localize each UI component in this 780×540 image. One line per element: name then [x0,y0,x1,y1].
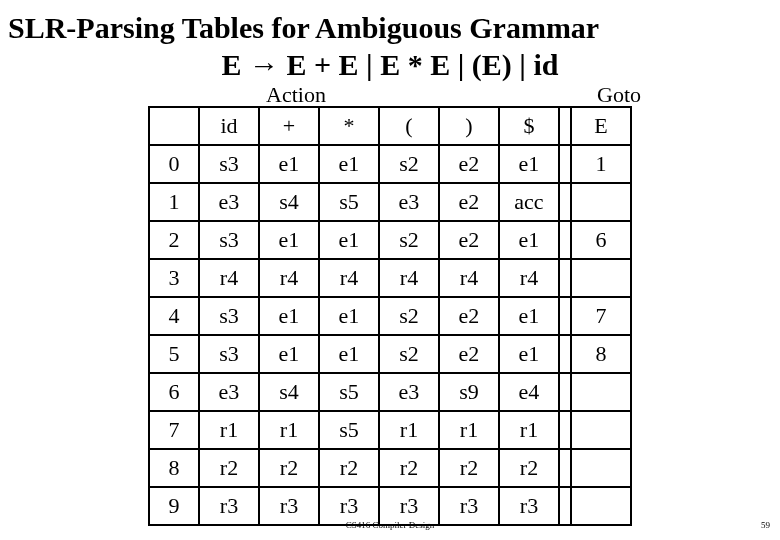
cell-action: e2 [439,183,499,221]
cell-action: e3 [379,373,439,411]
cell-action: s3 [199,221,259,259]
cell-action: s5 [319,373,379,411]
cell-action: e3 [199,183,259,221]
slide-title: SLR-Parsing Tables for Ambiguous Grammar [0,0,780,46]
table-row: 1e3s4s5e3e2acc [149,183,631,221]
header-state [149,107,199,145]
page-number: 59 [761,520,770,530]
cell-action: s3 [199,335,259,373]
parsing-table: id + * ( ) $ E 0s3e1e1s2e2e111e3s4s5e3e2… [148,106,632,526]
cell-state: 3 [149,259,199,297]
cell-sep [559,221,571,259]
cell-action: e1 [259,221,319,259]
cell-sep [559,411,571,449]
cell-action: e3 [199,373,259,411]
header-sep [559,107,571,145]
table-row: 0s3e1e1s2e2e11 [149,145,631,183]
cell-action: e1 [319,335,379,373]
cell-goto: 7 [571,297,631,335]
table-row: 3r4r4r4r4r4r4 [149,259,631,297]
cell-state: 2 [149,221,199,259]
cell-state: 1 [149,183,199,221]
header-id: id [199,107,259,145]
cell-action: r1 [199,411,259,449]
label-action: Action [266,82,326,108]
cell-action: e1 [499,221,559,259]
cell-goto: 8 [571,335,631,373]
cell-goto [571,373,631,411]
cell-action: e2 [439,335,499,373]
cell-state: 7 [149,411,199,449]
cell-action: r2 [379,449,439,487]
cell-action: s3 [199,145,259,183]
table-row: 7r1r1s5r1r1r1 [149,411,631,449]
cell-action: s2 [379,145,439,183]
cell-sep [559,145,571,183]
section-labels: Action Goto [0,82,780,108]
label-goto: Goto [597,82,641,108]
cell-action: e1 [259,297,319,335]
cell-action: r4 [379,259,439,297]
cell-action: s3 [199,297,259,335]
cell-action: e1 [259,145,319,183]
cell-action: r2 [499,449,559,487]
cell-sep [559,259,571,297]
cell-action: s5 [319,183,379,221]
cell-action: s2 [379,221,439,259]
cell-action: r2 [259,449,319,487]
cell-goto: 6 [571,221,631,259]
header-row: id + * ( ) $ E [149,107,631,145]
cell-action: e1 [319,297,379,335]
cell-action: s4 [259,183,319,221]
header-lpar: ( [379,107,439,145]
cell-goto [571,183,631,221]
cell-action: r4 [259,259,319,297]
cell-state: 4 [149,297,199,335]
cell-state: 8 [149,449,199,487]
cell-action: s2 [379,335,439,373]
cell-action: r2 [199,449,259,487]
cell-action: e2 [439,297,499,335]
slide-footer: CS416 Compiler Design [0,520,780,530]
cell-action: r1 [379,411,439,449]
cell-action: s2 [379,297,439,335]
cell-state: 6 [149,373,199,411]
cell-action: r2 [319,449,379,487]
table-row: 2s3e1e1s2e2e16 [149,221,631,259]
cell-action: e1 [499,145,559,183]
cell-action: r4 [199,259,259,297]
cell-sep [559,449,571,487]
cell-action: r4 [319,259,379,297]
cell-action: s4 [259,373,319,411]
cell-action: e3 [379,183,439,221]
header-E: E [571,107,631,145]
cell-action: r4 [439,259,499,297]
cell-sep [559,183,571,221]
cell-state: 0 [149,145,199,183]
cell-action: r1 [499,411,559,449]
cell-sep [559,373,571,411]
cell-action: e1 [259,335,319,373]
header-dollar: $ [499,107,559,145]
cell-goto [571,449,631,487]
cell-action: e2 [439,145,499,183]
cell-action: s5 [319,411,379,449]
cell-action: e1 [319,221,379,259]
header-star: * [319,107,379,145]
table-row: 8r2r2r2r2r2r2 [149,449,631,487]
cell-sep [559,335,571,373]
table-row: 6e3s4s5e3s9e4 [149,373,631,411]
cell-goto: 1 [571,145,631,183]
table-row: 4s3e1e1s2e2e17 [149,297,631,335]
cell-action: acc [499,183,559,221]
cell-action: e1 [319,145,379,183]
cell-action: s9 [439,373,499,411]
cell-action: r4 [499,259,559,297]
grammar-line: E → E + E | E * E | (E) | id [0,48,780,82]
cell-state: 5 [149,335,199,373]
cell-action: r1 [259,411,319,449]
header-rpar: ) [439,107,499,145]
header-plus: + [259,107,319,145]
cell-goto [571,259,631,297]
cell-action: e4 [499,373,559,411]
